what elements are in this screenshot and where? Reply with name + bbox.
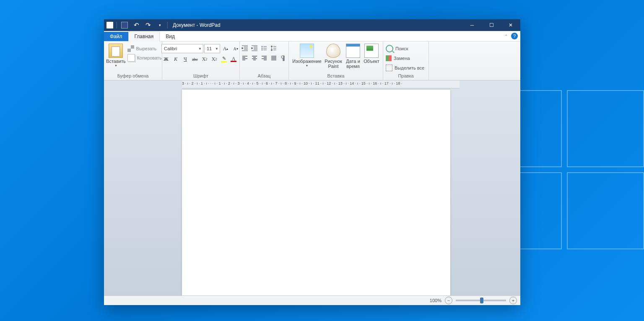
line-spacing-button[interactable] (269, 44, 278, 52)
maximize-button[interactable]: ☐ (482, 19, 501, 31)
group-font: Calibri▼ 11▼ A▴ A▾ Ж К Ч abc X2 X2 ✎ A Ш… (162, 41, 240, 80)
align-right-button[interactable] (260, 54, 269, 62)
app-icon (106, 22, 113, 28)
ribbon-tabs: Файл Главная Вид ⌃ ? (104, 31, 520, 41)
qat-customize[interactable]: ▾ (156, 21, 164, 29)
font-color-button[interactable]: A (229, 55, 238, 63)
tab-view[interactable]: Вид (160, 32, 181, 41)
paste-button[interactable]: Вставить ▼ (104, 43, 127, 67)
grow-font-button[interactable]: A▴ (221, 44, 230, 53)
insert-object-button[interactable]: Объект (363, 43, 380, 64)
align-left-button[interactable] (240, 54, 249, 62)
zoom-out-button[interactable]: − (445, 297, 452, 304)
group-editing: Поиск Замена Выделить все Правка (383, 41, 429, 80)
group-insert: Изображение▼ Рисунок Paint Дата и время … (289, 41, 383, 80)
scissors-icon (127, 45, 134, 52)
image-icon (300, 44, 314, 58)
insert-datetime-button[interactable]: Дата и время (344, 43, 362, 69)
replace-button[interactable]: Замена (386, 54, 410, 62)
title-bar[interactable]: ↶ ↷ ▾ Документ - WordPad ─ ☐ ✕ (104, 19, 520, 31)
subscript-button[interactable]: X2 (200, 55, 209, 63)
insert-paint-button[interactable]: Рисунок Paint (323, 43, 343, 69)
document-page[interactable] (182, 90, 450, 295)
increase-indent-button[interactable] (250, 44, 259, 52)
italic-button[interactable]: К (171, 55, 180, 63)
quick-access-toolbar: ↶ ↷ ▾ (104, 21, 170, 29)
help-icon[interactable]: ? (511, 33, 518, 39)
zoom-in-button[interactable]: + (509, 297, 517, 304)
select-all-button[interactable]: Выделить все (386, 64, 424, 72)
marker-icon: ✎ (222, 56, 226, 61)
shrink-font-button[interactable]: A▾ (231, 44, 240, 53)
decrease-indent-button[interactable] (240, 44, 249, 52)
align-center-button[interactable] (250, 54, 259, 62)
ribbon: Вставить ▼ Вырезать Копировать Буфер обм… (104, 41, 520, 80)
object-icon (364, 44, 379, 58)
status-bar: 100% − + (104, 295, 520, 305)
zoom-level: 100% (430, 298, 441, 303)
tab-home[interactable]: Главная (128, 31, 160, 41)
group-paragraph: Абзац (240, 41, 289, 80)
zoom-slider[interactable] (456, 300, 506, 301)
horizontal-ruler[interactable]: 3 · ı · 2 · ı · 1 · ı · · · ı · 1 · ı · … (182, 80, 460, 88)
group-clipboard: Вставить ▼ Вырезать Копировать Буфер обм… (104, 41, 162, 80)
select-all-icon (386, 65, 392, 71)
bold-button[interactable]: Ж (161, 55, 171, 63)
font-size-combo[interactable]: 11▼ (204, 44, 220, 53)
justify-button[interactable] (269, 54, 278, 62)
copy-button[interactable]: Копировать (127, 54, 161, 62)
minimize-button[interactable]: ─ (462, 19, 482, 31)
palette-icon (326, 44, 340, 58)
wordpad-window: ↶ ↷ ▾ Документ - WordPad ─ ☐ ✕ Файл Глав… (104, 19, 520, 305)
calendar-icon (346, 44, 360, 58)
superscript-button[interactable]: X2 (210, 55, 219, 63)
copy-icon (127, 54, 135, 62)
cut-button[interactable]: Вырезать (127, 44, 161, 53)
font-name-combo[interactable]: Calibri▼ (161, 44, 203, 53)
underline-button[interactable]: Ч (181, 55, 190, 63)
bullets-button[interactable] (260, 44, 269, 52)
find-button[interactable]: Поиск (386, 44, 408, 53)
replace-icon (386, 55, 392, 61)
search-icon (386, 45, 393, 52)
qat-redo-button[interactable]: ↷ (144, 21, 152, 29)
tab-file[interactable]: Файл (104, 32, 128, 41)
paragraph-dialog-button[interactable] (279, 54, 288, 62)
svg-point-2 (262, 49, 262, 50)
svg-point-1 (262, 48, 262, 49)
window-title: Документ - WordPad (170, 22, 462, 28)
svg-point-0 (262, 46, 262, 47)
close-button[interactable]: ✕ (501, 19, 520, 31)
collapse-ribbon-icon[interactable]: ⌃ (504, 34, 508, 39)
qat-undo-button[interactable]: ↶ (132, 21, 140, 29)
highlight-button[interactable]: ✎ (219, 55, 229, 63)
insert-image-button[interactable]: Изображение▼ (291, 43, 322, 67)
qat-save-button[interactable] (120, 21, 129, 29)
document-area: 3 · ı · 2 · ı · 1 · ı · · · ı · 1 · ı · … (104, 80, 520, 295)
strike-button[interactable]: abc (190, 55, 200, 63)
